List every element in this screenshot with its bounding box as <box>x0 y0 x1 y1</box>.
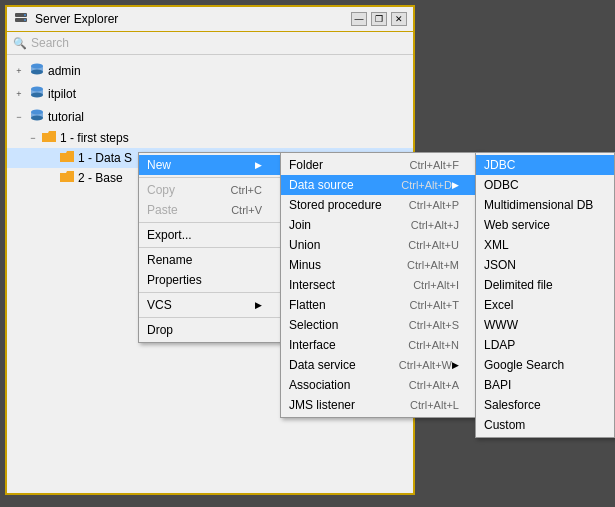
menu-arrow-data-service: ▶ <box>452 360 459 370</box>
tree-label-base: 2 - Base <box>78 171 123 185</box>
menu-divider-2 <box>139 222 282 223</box>
menu-item-google-search-label: Google Search <box>484 358 594 372</box>
menu-item-delimited-file[interactable]: Delimited file <box>476 275 614 295</box>
folder-icon-first-steps <box>41 130 60 146</box>
menu-shortcut-flatten: Ctrl+Alt+T <box>409 299 459 311</box>
menu-item-xml[interactable]: XML <box>476 235 614 255</box>
menu-item-association[interactable]: Association Ctrl+Alt+A <box>281 375 479 395</box>
search-placeholder: Search <box>31 36 69 50</box>
menu-item-odbc[interactable]: ODBC <box>476 175 614 195</box>
menu-item-association-label: Association <box>289 378 399 392</box>
menu-item-vcs[interactable]: VCS ▶ <box>139 295 282 315</box>
svg-point-9 <box>31 93 43 98</box>
search-bar[interactable]: 🔍 Search <box>7 32 413 55</box>
expander-first-steps: − <box>25 130 41 146</box>
context-menu-main: New ▶ Copy Ctrl+C Paste Ctrl+V Export...… <box>138 152 283 343</box>
db-icon-tutorial <box>29 107 48 126</box>
menu-divider-4 <box>139 292 282 293</box>
tree-item-first-steps[interactable]: − 1 - first steps <box>7 128 413 148</box>
menu-item-properties-label: Properties <box>147 273 262 287</box>
tree-item-itpilot[interactable]: + itpilot <box>7 82 413 105</box>
menu-item-jdbc-label: JDBC <box>484 158 594 172</box>
menu-item-bapi[interactable]: BAPI <box>476 375 614 395</box>
menu-shortcut-interface: Ctrl+Alt+N <box>408 339 459 351</box>
menu-item-export[interactable]: Export... <box>139 225 282 245</box>
menu-item-selection-label: Selection <box>289 318 399 332</box>
tree-label-admin: admin <box>48 64 81 78</box>
menu-item-copy-label: Copy <box>147 183 221 197</box>
menu-item-multidimensional-db[interactable]: Multidimensional DB <box>476 195 614 215</box>
close-button[interactable]: ✕ <box>391 12 407 26</box>
menu-item-json[interactable]: JSON <box>476 255 614 275</box>
menu-shortcut-jms-listener: Ctrl+Alt+L <box>410 399 459 411</box>
menu-item-salesforce[interactable]: Salesforce <box>476 395 614 415</box>
menu-item-custom[interactable]: Custom <box>476 415 614 435</box>
tree-label-data-s: 1 - Data S <box>78 151 132 165</box>
menu-item-union[interactable]: Union Ctrl+Alt+U <box>281 235 479 255</box>
menu-item-bapi-label: BAPI <box>484 378 594 392</box>
menu-item-paste: Paste Ctrl+V <box>139 200 282 220</box>
menu-item-google-search[interactable]: Google Search <box>476 355 614 375</box>
menu-arrow-new: ▶ <box>255 160 262 170</box>
menu-item-folder-label: Folder <box>289 158 399 172</box>
menu-item-minus-label: Minus <box>289 258 397 272</box>
menu-item-selection[interactable]: Selection Ctrl+Alt+S <box>281 315 479 335</box>
menu-item-salesforce-label: Salesforce <box>484 398 594 412</box>
menu-shortcut-copy: Ctrl+C <box>231 184 262 196</box>
menu-shortcut-folder: Ctrl+Alt+F <box>409 159 459 171</box>
menu-divider-3 <box>139 247 282 248</box>
tree-item-admin[interactable]: + admin <box>7 59 413 82</box>
menu-item-intersect[interactable]: Intersect Ctrl+Alt+I <box>281 275 479 295</box>
menu-item-drop-label: Drop <box>147 323 262 337</box>
menu-item-www-label: WWW <box>484 318 594 332</box>
menu-item-web-service[interactable]: Web service <box>476 215 614 235</box>
menu-item-flatten[interactable]: Flatten Ctrl+Alt+T <box>281 295 479 315</box>
menu-shortcut-data-service: Ctrl+Alt+W <box>399 359 452 371</box>
menu-arrow-vcs: ▶ <box>255 300 262 310</box>
menu-item-union-label: Union <box>289 238 398 252</box>
title-bar: Server Explorer — ❐ ✕ <box>7 7 413 32</box>
expander-tutorial: − <box>11 109 27 125</box>
menu-item-jms-listener[interactable]: JMS listener Ctrl+Alt+L <box>281 395 479 415</box>
minimize-button[interactable]: — <box>351 12 367 26</box>
menu-shortcut-association: Ctrl+Alt+A <box>409 379 459 391</box>
context-menu-new: Folder Ctrl+Alt+F Data source Ctrl+Alt+D… <box>280 152 480 418</box>
menu-item-folder[interactable]: Folder Ctrl+Alt+F <box>281 155 479 175</box>
tree-label-tutorial: tutorial <box>48 110 84 124</box>
restore-button[interactable]: ❐ <box>371 12 387 26</box>
menu-item-data-service[interactable]: Data service Ctrl+Alt+W ▶ <box>281 355 479 375</box>
svg-point-2 <box>24 14 26 16</box>
title-controls[interactable]: — ❐ ✕ <box>351 12 407 26</box>
menu-item-multidimensional-db-label: Multidimensional DB <box>484 198 594 212</box>
menu-item-rename-label: Rename <box>147 253 262 267</box>
menu-item-paste-label: Paste <box>147 203 221 217</box>
menu-item-excel-label: Excel <box>484 298 594 312</box>
menu-item-drop[interactable]: Drop <box>139 320 282 340</box>
menu-item-www[interactable]: WWW <box>476 315 614 335</box>
menu-shortcut-minus: Ctrl+Alt+M <box>407 259 459 271</box>
menu-item-ldap[interactable]: LDAP <box>476 335 614 355</box>
menu-shortcut-union: Ctrl+Alt+U <box>408 239 459 251</box>
tree-item-tutorial[interactable]: − tutorial <box>7 105 413 128</box>
menu-item-data-source[interactable]: Data source Ctrl+Alt+D ▶ <box>281 175 479 195</box>
expander-itpilot: + <box>11 86 27 102</box>
menu-item-interface[interactable]: Interface Ctrl+Alt+N <box>281 335 479 355</box>
menu-item-rename[interactable]: Rename <box>139 250 282 270</box>
folder-icon-base <box>59 170 78 186</box>
app-icon <box>13 11 29 27</box>
tree-label-first-steps: 1 - first steps <box>60 131 129 145</box>
menu-item-jdbc[interactable]: JDBC <box>476 155 614 175</box>
menu-item-join[interactable]: Join Ctrl+Alt+J <box>281 215 479 235</box>
menu-item-data-source-label: Data source <box>289 178 391 192</box>
menu-item-properties[interactable]: Properties <box>139 270 282 290</box>
menu-item-excel[interactable]: Excel <box>476 295 614 315</box>
menu-item-new-label: New <box>147 158 255 172</box>
menu-item-new[interactable]: New ▶ <box>139 155 282 175</box>
menu-item-stored-procedure[interactable]: Stored procedure Ctrl+Alt+P <box>281 195 479 215</box>
svg-point-12 <box>31 116 43 121</box>
menu-item-vcs-label: VCS <box>147 298 255 312</box>
menu-arrow-data-source: ▶ <box>452 180 459 190</box>
menu-shortcut-join: Ctrl+Alt+J <box>411 219 459 231</box>
menu-item-delimited-file-label: Delimited file <box>484 278 594 292</box>
menu-item-minus[interactable]: Minus Ctrl+Alt+M <box>281 255 479 275</box>
